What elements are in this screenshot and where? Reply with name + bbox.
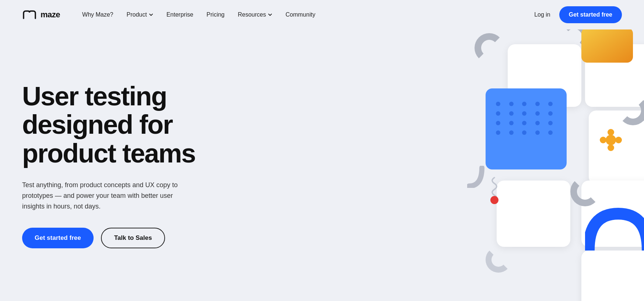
- molecule-ball-right: [615, 137, 622, 143]
- blue-arch-svg: [585, 206, 644, 251]
- molecule-center: [606, 135, 616, 145]
- spring-svg: [489, 177, 500, 199]
- dot: [548, 121, 553, 125]
- dot: [496, 121, 500, 125]
- nav-pricing[interactable]: Pricing: [207, 11, 225, 18]
- red-ball: [490, 196, 498, 204]
- dot: [535, 111, 540, 116]
- orange-molecule: [600, 129, 622, 151]
- hero-title: User testing designed for product teams: [22, 82, 251, 168]
- pipe-connector-bottom-r: [570, 177, 600, 206]
- dot: [522, 102, 526, 106]
- dot: [509, 121, 514, 125]
- nav-why-maze[interactable]: Why Maze?: [82, 11, 113, 18]
- dot: [496, 102, 500, 106]
- pipe-connector-tl: [475, 33, 504, 63]
- dot: [535, 102, 540, 106]
- dot: [509, 102, 514, 106]
- orange-piece-svg: [581, 29, 633, 63]
- dot: [535, 130, 540, 135]
- tile-6: [581, 251, 644, 301]
- dot: [548, 111, 553, 116]
- hook-connector: [486, 247, 511, 273]
- svg-rect-0: [581, 29, 633, 63]
- nav-enterprise[interactable]: Enterprise: [167, 11, 193, 18]
- maze-logo-icon: [22, 10, 37, 20]
- blue-square-dots: [486, 88, 567, 145]
- hero-buttons: Get started free Talk to Sales: [22, 228, 251, 248]
- blue-perforated-square: [486, 88, 567, 169]
- orange-piece: [581, 29, 633, 64]
- left-hook-svg: [467, 166, 486, 188]
- hero-cta-secondary[interactable]: Talk to Sales: [101, 228, 165, 248]
- dot: [496, 111, 500, 116]
- chevron-down-icon: [149, 13, 153, 17]
- nav-cta-button[interactable]: Get started free: [559, 6, 622, 23]
- spring-container: [489, 177, 500, 200]
- molecule-ball-bottom: [608, 144, 614, 151]
- hero-content: User testing designed for product teams …: [22, 82, 251, 249]
- dot: [522, 130, 526, 135]
- blocks-container: [335, 29, 644, 301]
- dot: [548, 102, 553, 106]
- navbar: maze Why Maze? Product Enterprise Pricin…: [0, 0, 644, 29]
- dot: [522, 111, 526, 116]
- hero-section: User testing designed for product teams …: [0, 29, 644, 301]
- logo-link[interactable]: maze: [22, 10, 60, 20]
- hero-visual: [335, 29, 644, 301]
- dot: [548, 130, 553, 135]
- nav-links: Why Maze? Product Enterprise Pricing Res…: [82, 11, 534, 18]
- hero-cta-primary[interactable]: Get started free: [22, 228, 94, 248]
- tile-4: [497, 181, 570, 247]
- login-link[interactable]: Log in: [534, 11, 550, 18]
- left-hook: [467, 166, 486, 189]
- logo-text: maze: [41, 10, 60, 20]
- dot: [522, 121, 526, 125]
- dot: [509, 130, 514, 135]
- nav-right: Log in Get started free: [534, 6, 622, 23]
- dot: [535, 121, 540, 125]
- nav-community[interactable]: Community: [286, 11, 315, 18]
- hero-subtitle: Test anything, from product concepts and…: [22, 180, 192, 211]
- nav-resources[interactable]: Resources: [238, 11, 272, 18]
- nav-product[interactable]: Product: [127, 11, 153, 18]
- pipe-connector-mid: [618, 96, 644, 125]
- dot: [496, 130, 500, 135]
- chevron-down-icon-2: [268, 13, 272, 17]
- dot: [509, 111, 514, 116]
